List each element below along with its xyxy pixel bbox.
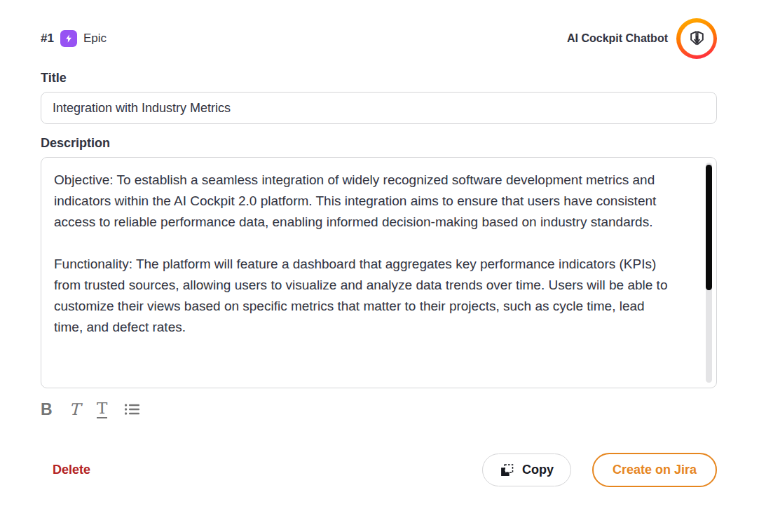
description-textarea[interactable]: Objective: To establish a seamless integ… [41,157,717,388]
epic-lightning-icon [60,30,77,47]
app-title: AI Cockpit Chatbot [567,32,668,45]
format-toolbar: B T T [41,398,717,421]
copy-button[interactable]: Copy [482,453,571,486]
topbar: #1 Epic AI Cockpit Chatbot [41,18,717,59]
description-label: Description [41,136,717,151]
delete-button[interactable]: Delete [53,463,90,477]
bullet-list-button[interactable] [124,402,141,416]
title-input[interactable] [41,92,717,124]
description-text[interactable]: Objective: To establish a seamless integ… [41,158,716,388]
description-scrollbar[interactable] [706,163,712,383]
app-logo-icon [676,18,717,59]
title-label: Title [41,71,717,86]
app-logo-glyph [681,22,713,55]
issue-meta: #1 Epic [41,30,107,47]
bullet-list-icon [124,402,141,416]
copy-label: Copy [522,463,554,477]
create-on-jira-label: Create on Jira [613,463,697,477]
italic-button[interactable]: T [69,402,80,418]
footer-right: Copy Create on Jira [482,453,717,487]
scrollbar-thumb[interactable] [706,165,712,290]
issue-editor-card: #1 Epic AI Cockpit Chatbot [0,0,759,532]
create-on-jira-button[interactable]: Create on Jira [592,453,717,487]
issue-number: #1 [41,32,54,46]
footer-actions: Delete Copy Create on Jira [41,453,717,487]
underline-button[interactable]: T [97,400,107,418]
issue-type-label: Epic [83,32,107,46]
copy-icon [500,463,514,477]
brand: AI Cockpit Chatbot [567,18,717,59]
bold-button[interactable]: B [41,402,53,418]
